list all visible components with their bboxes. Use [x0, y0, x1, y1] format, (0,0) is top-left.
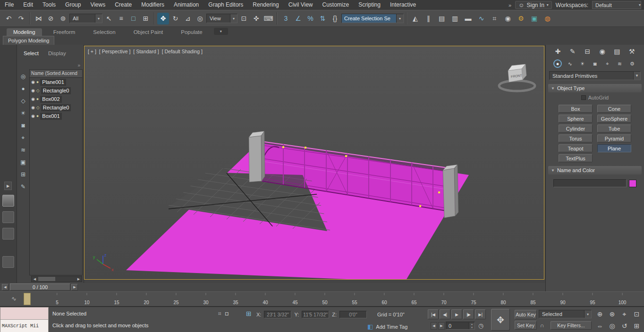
schematic-view-icon[interactable]: ⌗	[489, 13, 500, 25]
undo-icon[interactable]: ↶	[3, 13, 15, 25]
time-configuration-icon[interactable]: ◷	[478, 322, 483, 329]
scene-explorer-toggle-icon[interactable]: ▤	[436, 13, 448, 25]
rectangular-selection-icon[interactable]: □	[127, 13, 139, 25]
render-setup-icon[interactable]: ⚙	[515, 13, 527, 25]
object-color-swatch[interactable]	[629, 180, 636, 187]
explorer-lights-filter-icon[interactable]: ☀	[19, 109, 27, 117]
previous-key-button[interactable]: ◀	[431, 322, 437, 330]
ribbon-config-button[interactable]: ▾	[214, 28, 228, 35]
list-column-header[interactable]: Name (Sorted Ascend	[30, 70, 82, 78]
primitives-category-select[interactable]: Standard Primitives ▼	[549, 71, 641, 80]
display-tab-icon[interactable]: ▤	[612, 46, 622, 57]
align-icon[interactable]: ∥	[423, 13, 434, 25]
cylinder-button[interactable]: Cylinder	[559, 124, 593, 133]
autogrid-checkbox[interactable]	[581, 95, 586, 100]
panel-expand-arrow[interactable]: ▶	[4, 182, 12, 190]
listener-pane[interactable]: MAXScript Mii	[0, 320, 48, 332]
current-frame-spinner[interactable]: 0 ▴ ▾	[446, 322, 475, 330]
walk-through-icon[interactable]: ◎	[606, 320, 618, 332]
maximize-viewport-icon[interactable]: ⊞	[631, 320, 643, 332]
box-button[interactable]: Box	[559, 105, 593, 113]
angle-snap-icon[interactable]: ∠	[292, 13, 304, 25]
create-tab-icon[interactable]: ✚	[553, 46, 563, 57]
tab-display[interactable]: Display	[48, 50, 66, 56]
maxscript-mini-listener[interactable]: MAXScript Mii	[0, 307, 49, 332]
scene-row-plane001[interactable]: ◉ ● Plane001	[30, 78, 82, 86]
time-slider-grip[interactable]: 0 / 100	[10, 283, 70, 290]
window-crossing-icon[interactable]: ⊞	[140, 13, 152, 25]
viewport-layout-tab-2[interactable]	[2, 211, 14, 223]
explorer-bones-filter-icon[interactable]: ▣	[19, 158, 27, 166]
track-bar[interactable]: ∿ 0 5 10	[0, 291, 644, 307]
percent-snap-icon[interactable]: %	[305, 13, 316, 25]
scroll-left-arrow-icon[interactable]: ◀	[32, 276, 38, 282]
select-and-scale-icon[interactable]: ⊿	[182, 13, 194, 25]
motion-tab-icon[interactable]: ◉	[597, 46, 608, 57]
viewport-shading-menu[interactable]: [ Default Shading ]	[162, 49, 203, 54]
curve-editor-icon[interactable]: ∿	[475, 13, 487, 25]
layer-explorer-toggle-icon[interactable]: ▥	[449, 13, 461, 25]
unlink-selection-icon[interactable]: ⊘	[45, 13, 57, 25]
edit-selection-sets-icon[interactable]: {}	[329, 13, 341, 25]
render-production-icon[interactable]: ◍	[542, 13, 553, 25]
plane-button[interactable]: Plane	[597, 144, 631, 152]
left-pillar-object[interactable]	[249, 131, 265, 182]
teapot-button[interactable]: Teapot	[559, 144, 593, 152]
torus-button[interactable]: Torus	[559, 134, 593, 142]
sign-in-button[interactable]: ☺ Sign In ▾	[515, 1, 552, 9]
explorer-horizontal-scrollbar[interactable]: ◀ ▶	[31, 276, 82, 282]
menu-item-views[interactable]: Views	[85, 0, 110, 10]
default-tangent-icon[interactable]: ∩	[540, 322, 544, 329]
explorer-spacewarps-filter-icon[interactable]: ≋	[19, 146, 27, 154]
polygon-modeling-tab[interactable]: Polygon Modeling	[3, 36, 54, 45]
zoom-all-icon[interactable]: ⊛	[606, 308, 618, 320]
viewport-scene[interactable]: x y z FRONT	[85, 46, 544, 279]
sphere-button[interactable]: Sphere	[559, 115, 593, 123]
explorer-overflow-chevron-icon[interactable]: »	[77, 63, 80, 68]
next-key-button[interactable]: ▶	[438, 322, 445, 330]
spinner-up-icon[interactable]: ▴	[469, 323, 475, 326]
select-and-rotate-icon[interactable]: ↻	[169, 13, 181, 25]
cameras-category-icon[interactable]: ◙	[591, 59, 599, 68]
textplus-button[interactable]: TextPlus	[559, 154, 593, 162]
geometry-category-icon[interactable]: ●	[553, 59, 562, 68]
menu-item-scripting[interactable]: Scripting	[354, 0, 385, 10]
explorer-helpers-filter-icon[interactable]: ⌖	[19, 133, 27, 142]
menu-item-animation[interactable]: Animation	[169, 0, 203, 10]
cone-button[interactable]: Cone	[597, 105, 631, 113]
timeline-ruler[interactable]: 0 5 10 15 20	[27, 292, 622, 306]
right-pillar-object[interactable]	[443, 165, 458, 218]
select-and-move-icon[interactable]: ✥	[157, 13, 169, 25]
material-editor-icon[interactable]: ◉	[502, 13, 514, 25]
reference-coordinate-select[interactable]: View ▾	[206, 14, 237, 23]
pan-icon[interactable]: ⇔	[594, 320, 606, 332]
menu-item-create[interactable]: Create	[110, 0, 136, 10]
next-frame-button[interactable]: |▶	[463, 309, 474, 319]
time-tag[interactable]: ◧ Add Time Tag	[367, 323, 407, 330]
menu-item-graph-editors[interactable]: Graph Editors	[203, 0, 248, 10]
orbit-icon[interactable]: ↺	[619, 320, 630, 332]
keyboard-override-icon[interactable]: ⌨	[263, 13, 274, 25]
visibility-eye-icon[interactable]: ◉	[31, 105, 35, 110]
selection-lock-icon[interactable]: ◘	[225, 310, 229, 317]
hierarchy-tab-icon[interactable]: ⊟	[582, 46, 593, 57]
object-name-input[interactable]	[553, 179, 627, 187]
isolate-selection-icon[interactable]: ⌗	[218, 310, 221, 317]
select-by-name-icon[interactable]: ≡	[115, 13, 127, 25]
visibility-eye-icon[interactable]: ◉	[31, 114, 35, 118]
redo-icon[interactable]: ↷	[15, 13, 27, 25]
explorer-cameras-filter-icon[interactable]: ◙	[19, 121, 27, 130]
menu-overflow-chevron-icon[interactable]: »	[508, 2, 511, 8]
menu-item-edit[interactable]: Edit	[18, 0, 38, 10]
scene-row-rectangle001[interactable]: ◉ ◇ Rectangle0	[30, 103, 82, 112]
key-filters-button[interactable]: Key Filters...	[551, 321, 592, 330]
scrollbar-thumb[interactable]	[38, 277, 55, 281]
named-selection-set-input[interactable]	[342, 16, 396, 21]
scroll-right-arrow-icon[interactable]: ▶	[76, 276, 82, 282]
auto-key-button[interactable]: Auto Key	[515, 310, 537, 319]
menu-item-civil-view[interactable]: Civil View	[284, 0, 318, 10]
visibility-eye-icon[interactable]: ◉	[31, 88, 35, 93]
next-frame-arrow-icon[interactable]: ▶	[71, 284, 78, 290]
spinner-down-icon[interactable]: ▾	[469, 326, 475, 329]
visibility-eye-icon[interactable]: ◉	[31, 97, 35, 101]
